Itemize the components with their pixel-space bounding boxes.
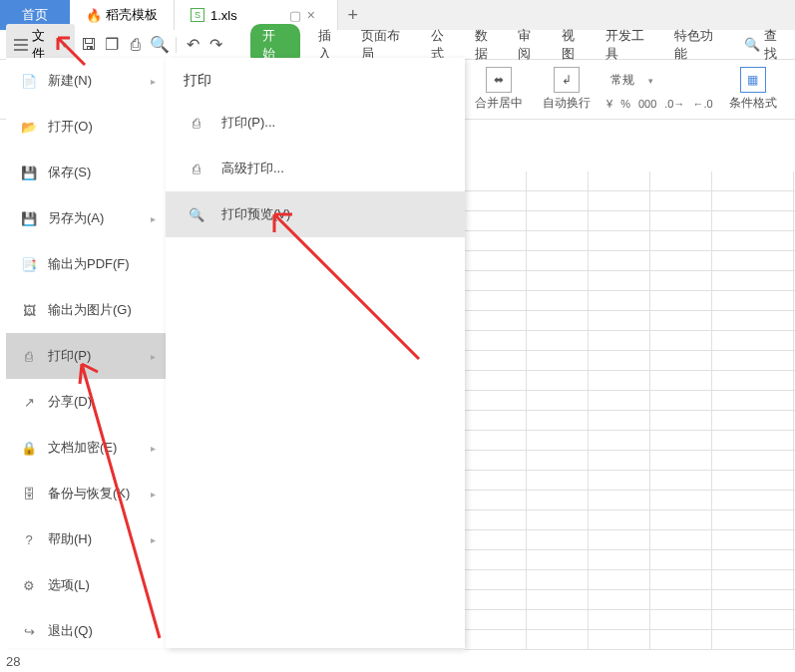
cell[interactable] [527,171,589,190]
cell[interactable] [650,291,712,310]
table-row[interactable] [465,291,795,311]
cell[interactable] [465,231,527,250]
cell[interactable] [589,610,650,629]
cell[interactable] [712,391,794,410]
cell[interactable] [650,231,712,250]
cell[interactable] [465,291,527,310]
cell[interactable] [527,331,589,350]
cell[interactable] [527,211,589,230]
file-menu-pdf[interactable]: 📑输出为PDF(F) [6,241,166,287]
cell[interactable] [589,171,650,190]
save-icon[interactable]: 🖫 [79,35,99,55]
table-row[interactable] [465,231,795,251]
table-row[interactable] [465,610,795,630]
cell[interactable] [465,451,527,470]
cell[interactable] [465,391,527,410]
cell[interactable] [650,271,712,290]
cell[interactable] [465,590,527,609]
cell[interactable] [712,550,794,569]
ribbon-tab-review[interactable]: 审阅 [518,27,544,63]
table-row[interactable] [465,451,795,471]
cell[interactable] [465,331,527,350]
cell[interactable] [650,570,712,589]
cell[interactable] [527,590,589,609]
cell[interactable] [527,291,589,310]
cell[interactable] [527,251,589,270]
redo-icon[interactable]: ↷ [206,35,226,55]
cell[interactable] [650,451,712,470]
cell[interactable] [650,191,712,210]
table-row[interactable] [465,491,795,510]
table-row[interactable] [465,371,795,391]
cell[interactable] [650,530,712,549]
cell[interactable] [650,610,712,629]
percent-icon[interactable]: % [618,98,632,110]
cell[interactable] [589,351,650,370]
cell[interactable] [589,451,650,470]
cell[interactable] [465,610,527,629]
file-menu-share[interactable]: ↗分享(D) [6,379,166,425]
cell[interactable] [712,291,794,310]
ribbon-tab-view[interactable]: 视图 [562,27,588,63]
cell[interactable] [650,371,712,390]
cell[interactable] [589,630,650,649]
cell[interactable] [650,431,712,450]
row-number[interactable]: 28 [6,654,20,669]
table-row[interactable] [465,431,795,451]
ribbon-tab-features[interactable]: 特色功能 [674,27,725,63]
cell[interactable] [589,331,650,350]
comma-icon[interactable]: 000 [636,98,658,110]
table-row[interactable] [465,630,795,650]
cell[interactable] [712,371,794,390]
cell[interactable] [589,231,650,250]
table-row[interactable] [465,471,795,491]
cell[interactable] [712,411,794,430]
cell[interactable] [650,411,712,430]
cell[interactable] [650,550,712,569]
file-menu-help[interactable]: ?帮助(H)▸ [6,516,166,562]
cell[interactable] [465,510,527,529]
cell[interactable] [712,471,794,490]
cell[interactable] [465,191,527,210]
cell[interactable] [650,491,712,509]
cell[interactable] [650,471,712,490]
cell[interactable] [712,251,794,270]
cell[interactable] [527,510,589,529]
cell[interactable] [589,550,650,569]
cell[interactable] [527,411,589,430]
cell[interactable] [527,610,589,629]
cell[interactable] [465,311,527,330]
tab-template[interactable]: 🔥 稻壳模板 [70,0,175,30]
cell[interactable] [527,231,589,250]
table-row[interactable] [465,391,795,411]
close-icon[interactable]: × [307,7,321,23]
cell[interactable] [650,510,712,529]
ribbon-tab-devtools[interactable]: 开发工具 [605,27,656,63]
cell[interactable] [589,510,650,529]
cell[interactable] [650,391,712,410]
cell[interactable] [465,211,527,230]
wrap-text-button[interactable]: ↲ 自动换行 [537,67,596,112]
cell[interactable] [527,530,589,549]
cell[interactable] [589,590,650,609]
cell[interactable] [712,530,794,549]
print-icon[interactable]: ⎙ [126,35,146,55]
file-menu-exit[interactable]: ↪退出(Q) [6,608,166,654]
table-row[interactable] [465,550,795,570]
cell[interactable] [527,311,589,330]
table-row[interactable] [465,510,795,530]
cell[interactable] [527,550,589,569]
file-menu-open[interactable]: 📂打开(O) [6,104,166,150]
cell[interactable] [650,331,712,350]
table-row[interactable] [465,191,795,211]
cell[interactable] [712,191,794,210]
cell[interactable] [712,311,794,330]
ribbon-tab-data[interactable]: 数据 [475,27,501,63]
cell[interactable] [589,291,650,310]
submenu-print-preview[interactable]: 🔍 打印预览(V) [166,191,465,237]
cell[interactable] [712,610,794,629]
increase-decimal-icon[interactable]: .0→ [662,98,686,110]
cell[interactable] [589,411,650,430]
cell[interactable] [650,251,712,270]
currency-icon[interactable]: ¥ [604,98,614,110]
